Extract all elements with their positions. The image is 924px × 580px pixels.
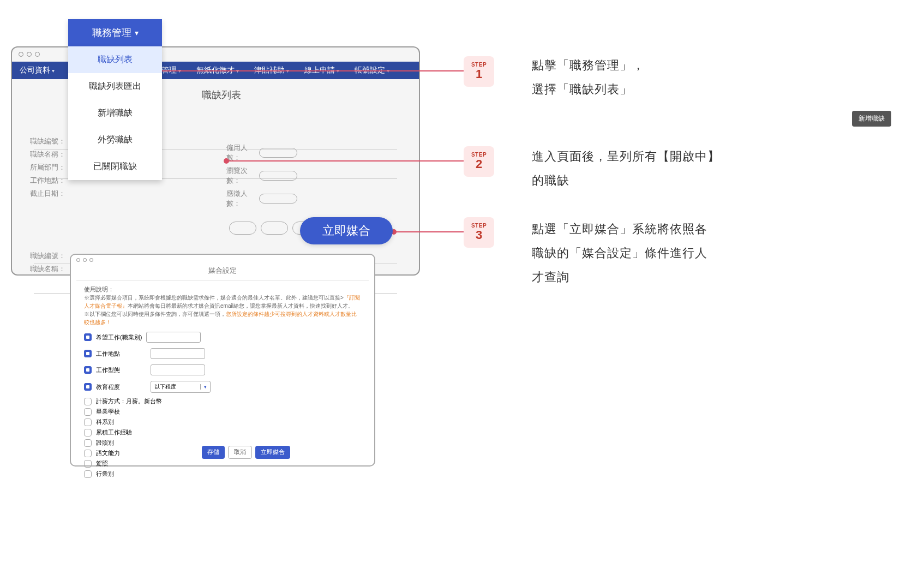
checkbox-school[interactable] [84,408,92,416]
input-job-type[interactable] [146,332,201,343]
checkbox-language[interactable] [84,450,92,457]
action-btn-2[interactable] [261,222,288,235]
match-settings-modal: 媒合設定 使用說明： ※選擇必要媒合項目，系統即會根據您的職缺需求條件，媒合適合… [70,254,375,467]
label-driving: 駕照 [96,459,108,468]
label-education: 教育程度 [96,383,120,391]
dropdown-item-list[interactable]: 職缺列表 [68,46,162,73]
checkbox-license[interactable] [84,439,92,447]
connector-line-3 [394,231,464,232]
checkbox-industry[interactable] [84,470,92,478]
label-job-name-2: 職缺名稱： [30,264,65,274]
label-work-type: 工作型態 [96,366,120,374]
step-text-1: 點擊「職務管理」， 選擇「職缺列表」 [532,53,645,101]
input-work-type[interactable] [151,364,205,375]
instructions-title: 使用說明： [84,286,361,294]
dropdown-item-add[interactable]: 新增職缺 [68,100,162,127]
checkbox-experience[interactable] [84,429,92,437]
label-hire-count: 僱用人數： [226,143,259,163]
checkbox-salary[interactable] [84,398,92,405]
label-department: 所屬部門： [30,163,68,172]
dropdown-menu: 職缺列表 職缺列表匯出 新增職缺 外勞職缺 已關閉職缺 [68,46,162,180]
hire-count-input[interactable] [259,148,297,158]
checkbox-education[interactable] [84,383,92,391]
select-education[interactable]: 以下程度▾ [151,381,211,393]
label-license: 證照別 [96,439,114,447]
dropdown-item-foreign[interactable]: 外勞職缺 [68,127,162,153]
input-location[interactable] [151,348,205,359]
label-job-id: 職缺編號： [30,136,68,146]
applicants-input[interactable] [259,194,297,204]
add-job-button[interactable]: 新增職缺 [852,111,891,127]
cancel-button[interactable]: 取消 [228,446,252,459]
label-deadline: 截止日期： [30,189,68,199]
label-language: 語文能力 [96,449,120,457]
modal-title: 媒合設定 [71,255,374,276]
label-applicants: 應徵人數： [226,189,259,208]
match-now-button[interactable]: 立即媒合 [300,217,393,244]
label-job-id-2: 職缺編號： [30,251,65,261]
label-school: 畢業學校 [96,408,120,416]
step-badge-1: STEP1 [464,56,494,87]
label-location: 工作地點： [30,176,68,186]
modal-match-button[interactable]: 立即媒合 [255,446,290,459]
checkbox-major[interactable] [84,418,92,426]
instructions-text-2: ※以下欄位您可以同時使用多條件查詢，亦可僅填選一項，您所設定的條件越少可搜尋到的… [84,310,361,326]
page-title: 職缺列表 [202,88,241,101]
dropdown-item-export[interactable]: 職缺列表匯出 [68,73,162,100]
checkbox-location[interactable] [84,350,92,357]
step-badge-2: STEP2 [464,146,494,177]
checkbox-work-type[interactable] [84,366,92,374]
connector-line-1 [140,70,464,71]
window-controls [19,52,40,57]
label-major: 科系別 [96,418,114,426]
checkbox-driving[interactable] [84,460,92,468]
connector-line-2 [226,160,464,162]
step-text-2: 進入頁面後，呈列所有【開啟中】 的職缺 [532,145,720,193]
action-btn-1[interactable] [229,222,256,235]
modal-controls [76,258,93,262]
nav-company[interactable]: 公司資料 [12,65,62,75]
label-job-type: 希望工作(職業別) [96,333,142,342]
instructions-text-1: ※選擇必要媒合項目，系統即會根據您的職缺需求條件，媒合適合的最佳人才名單。此外，… [84,294,361,310]
label-salary: 計薪方式：月薪。新台幣 [96,397,162,405]
views-input[interactable] [259,171,297,181]
dropdown-item-closed[interactable]: 已關閉職缺 [68,153,162,180]
save-button[interactable]: 存儲 [202,446,225,459]
step-badge-3: STEP3 [464,217,494,248]
form-right: 僱用人數： 瀏覽次數： 應徵人數： [226,143,297,212]
checkbox-job-type[interactable] [84,333,92,341]
step-text-3: 點選「立即媒合」系統將依照各 職缺的「媒合設定」條件進行人 才查詢 [532,217,707,289]
label-job-name: 職缺名稱： [30,150,68,159]
label-views: 瀏覽次數： [226,166,259,186]
label-industry: 行業別 [96,470,114,478]
label-experience: 累積工作經驗 [96,428,132,437]
label-m-location: 工作地點 [96,350,120,358]
dropdown-header[interactable]: 職務管理 [68,19,162,46]
